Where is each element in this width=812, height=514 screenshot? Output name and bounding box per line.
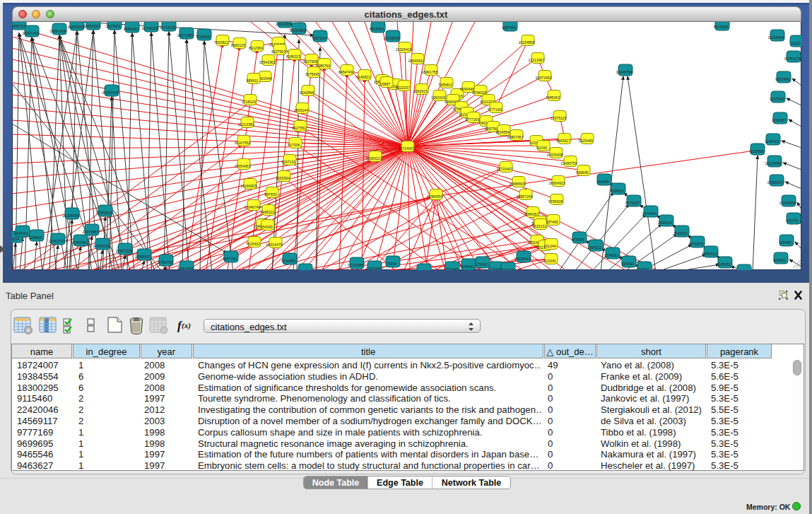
svg-text:16107552: 16107552 xyxy=(234,141,250,145)
svg-text:1371648: 1371648 xyxy=(444,267,458,270)
svg-text:8454749: 8454749 xyxy=(339,70,353,74)
svg-text:2803144: 2803144 xyxy=(294,108,308,112)
svg-text:1362615: 1362615 xyxy=(413,89,428,93)
svg-text:9777169: 9777169 xyxy=(488,107,502,112)
svg-text:12923446: 12923446 xyxy=(365,267,381,270)
svg-text:8471676: 8471676 xyxy=(689,242,703,246)
svg-text:20206556: 20206556 xyxy=(62,214,78,218)
svg-text:10688609: 10688609 xyxy=(509,182,525,186)
svg-text:1145194: 1145194 xyxy=(72,240,86,245)
svg-text:10653267: 10653267 xyxy=(83,24,100,28)
svg-text:5938921: 5938921 xyxy=(610,189,624,193)
svg-text:9777169: 9777169 xyxy=(465,117,479,122)
svg-text:1733426: 1733426 xyxy=(500,268,514,270)
svg-text:17957225: 17957225 xyxy=(115,249,131,253)
svg-text:3267130: 3267130 xyxy=(281,160,295,164)
svg-text:16210643: 16210643 xyxy=(765,161,781,165)
svg-text:8322037: 8322037 xyxy=(396,86,410,90)
svg-text:6794028: 6794028 xyxy=(472,90,486,95)
svg-text:3215958: 3215958 xyxy=(749,149,763,153)
svg-text:887833: 887833 xyxy=(264,192,276,197)
svg-text:18640910: 18640910 xyxy=(408,59,424,63)
svg-text:154099: 154099 xyxy=(260,225,272,229)
svg-text:1527602: 1527602 xyxy=(106,24,120,28)
svg-text:1615132: 1615132 xyxy=(532,224,546,228)
svg-text:1435061: 1435061 xyxy=(14,231,28,235)
svg-text:15692971: 15692971 xyxy=(767,180,783,185)
svg-text:9327503: 9327503 xyxy=(271,49,286,54)
svg-text:16914479: 16914479 xyxy=(266,243,282,247)
svg-text:116753: 116753 xyxy=(787,218,799,223)
svg-text:7515526: 7515526 xyxy=(196,35,210,39)
svg-text:12213382: 12213382 xyxy=(237,122,254,127)
svg-text:9115460: 9115460 xyxy=(579,139,593,143)
svg-text:9657791: 9657791 xyxy=(416,269,430,270)
svg-text:16671355: 16671355 xyxy=(177,33,193,37)
svg-text:15164: 15164 xyxy=(387,262,397,266)
svg-text:12213967: 12213967 xyxy=(528,58,544,62)
svg-text:9146821: 9146821 xyxy=(356,75,370,79)
svg-text:924502: 924502 xyxy=(773,258,785,262)
svg-text:7663822: 7663822 xyxy=(214,40,228,45)
svg-text:8960125: 8960125 xyxy=(231,43,245,47)
svg-text:10973493: 10973493 xyxy=(535,76,551,80)
svg-text:7625402: 7625402 xyxy=(246,242,260,246)
svg-text:2387682: 2387682 xyxy=(502,25,516,30)
svg-text:9227343: 9227343 xyxy=(770,97,784,101)
svg-text:20691406: 20691406 xyxy=(49,29,66,33)
svg-text:1004212: 1004212 xyxy=(604,253,618,257)
svg-text:12923446: 12923446 xyxy=(177,267,193,270)
svg-text:10046748: 10046748 xyxy=(244,205,260,209)
svg-text:924502: 924502 xyxy=(637,267,649,270)
svg-text:7955812: 7955812 xyxy=(438,83,452,87)
svg-text:9245652: 9245652 xyxy=(717,262,731,267)
svg-text:7485063: 7485063 xyxy=(546,95,560,100)
svg-text:14055714: 14055714 xyxy=(12,24,26,28)
svg-text:6379197: 6379197 xyxy=(625,201,640,205)
svg-text:13218506: 13218506 xyxy=(767,35,784,40)
svg-text:8186323: 8186323 xyxy=(286,54,300,59)
svg-text:2935114: 2935114 xyxy=(658,221,672,225)
svg-text:924502: 924502 xyxy=(621,262,633,266)
svg-text:15300213: 15300213 xyxy=(365,156,382,160)
svg-text:17016504: 17016504 xyxy=(779,201,795,205)
svg-text:1156829: 1156829 xyxy=(28,235,42,240)
svg-text:14136141: 14136141 xyxy=(514,257,530,261)
svg-text:2718126: 2718126 xyxy=(242,100,256,104)
svg-text:8813054: 8813054 xyxy=(370,27,384,31)
svg-text:13218506: 13218506 xyxy=(383,36,399,40)
svg-text:19166825: 19166825 xyxy=(240,184,257,188)
svg-text:1209387: 1209387 xyxy=(772,118,786,122)
svg-text:10719155: 10719155 xyxy=(159,25,175,30)
svg-text:10154808: 10154808 xyxy=(518,40,534,45)
svg-text:10654963: 10654963 xyxy=(234,164,250,168)
svg-text:15887: 15887 xyxy=(380,82,391,86)
svg-text:10648784: 10648784 xyxy=(616,70,632,74)
svg-text:18807249: 18807249 xyxy=(516,194,532,199)
svg-text:9242848: 9242848 xyxy=(300,90,314,95)
svg-text:3824554: 3824554 xyxy=(495,130,510,134)
svg-text:62160: 62160 xyxy=(537,146,548,150)
svg-text:39154: 39154 xyxy=(12,237,19,241)
svg-text:11122: 11122 xyxy=(791,41,801,45)
svg-text:161244: 161244 xyxy=(543,244,555,248)
svg-text:10807457: 10807457 xyxy=(507,135,523,139)
svg-text:12923446: 12923446 xyxy=(295,269,312,270)
svg-text:20975867: 20975867 xyxy=(82,230,98,234)
svg-text:699695: 699695 xyxy=(576,170,588,175)
svg-text:10958107: 10958107 xyxy=(134,255,151,259)
svg-text:20691406: 20691406 xyxy=(22,31,38,35)
svg-text:13495759: 13495759 xyxy=(560,161,577,165)
svg-text:9716485: 9716485 xyxy=(281,259,295,263)
svg-text:6466160: 6466160 xyxy=(124,27,138,31)
svg-text:9657791: 9657791 xyxy=(223,257,237,261)
svg-text:12942737: 12942737 xyxy=(48,239,64,243)
svg-text:1244415: 1244415 xyxy=(765,139,779,144)
svg-text:13325419: 13325419 xyxy=(395,47,411,52)
svg-text:120453: 120453 xyxy=(779,240,791,245)
svg-text:9329966: 9329966 xyxy=(775,77,789,81)
svg-text:16033809: 16033809 xyxy=(289,28,305,33)
svg-text:12975115: 12975115 xyxy=(551,116,567,120)
svg-text:417006: 417006 xyxy=(288,143,300,147)
svg-text:187465: 187465 xyxy=(546,220,558,224)
